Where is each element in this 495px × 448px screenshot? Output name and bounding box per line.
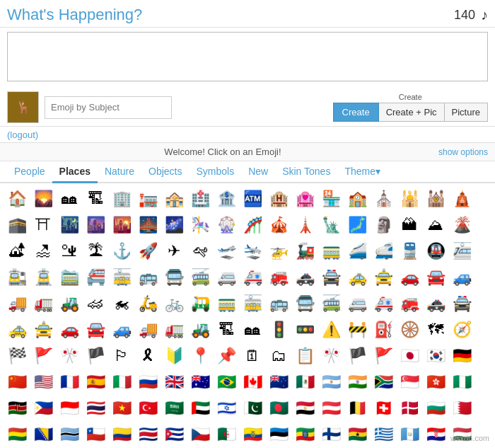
- emoji-cell[interactable]: 🗿: [371, 212, 396, 238]
- emoji-cell[interactable]: 🏳: [109, 343, 134, 369]
- emoji-cell[interactable]: 🚁: [266, 239, 291, 264]
- emoji-cell[interactable]: 🚜: [187, 317, 213, 343]
- emoji-cell[interactable]: 🚐: [214, 265, 239, 290]
- emoji-cell[interactable]: 🚎: [187, 265, 213, 290]
- emoji-cell[interactable]: 🚋: [109, 265, 134, 290]
- emoji-cell[interactable]: 🌄: [30, 186, 56, 212]
- emoji-search-input[interactable]: [45, 96, 172, 119]
- emoji-cell[interactable]: 🚝: [83, 265, 108, 290]
- emoji-cell[interactable]: 🇪🇹: [292, 422, 318, 447]
- emoji-cell[interactable]: 🚎: [318, 291, 344, 316]
- tab-skintones[interactable]: Skin Tones: [275, 161, 337, 182]
- emoji-cell[interactable]: 🧭: [449, 317, 474, 343]
- emoji-cell[interactable]: 🚔: [318, 265, 344, 290]
- emoji-cell[interactable]: 🇺🇸: [30, 369, 56, 395]
- emoji-cell[interactable]: 🚚: [4, 291, 30, 316]
- emoji-cell[interactable]: 🇩🇿: [214, 422, 239, 447]
- emoji-cell[interactable]: 🚩: [371, 343, 396, 369]
- emoji-cell[interactable]: 🔰: [161, 343, 187, 369]
- emoji-cell[interactable]: 🏝: [83, 239, 108, 264]
- emoji-cell[interactable]: 🚌: [266, 291, 291, 316]
- emoji-cell[interactable]: 🇭🇷: [423, 422, 448, 447]
- emoji-cell[interactable]: ⚠️: [318, 317, 344, 343]
- emoji-cell[interactable]: 🇧🇷: [214, 369, 239, 395]
- emoji-cell[interactable]: 🏴: [83, 343, 108, 369]
- emoji-cell[interactable]: 🏜: [57, 239, 82, 264]
- emoji-cell[interactable]: 🇨🇴: [109, 422, 134, 447]
- emoji-cell[interactable]: 🇰🇪: [4, 396, 30, 421]
- emoji-cell[interactable]: 🚓: [292, 265, 318, 290]
- emoji-cell[interactable]: 🇫🇮: [318, 422, 344, 447]
- status-input[interactable]: [7, 32, 488, 81]
- emoji-cell[interactable]: 🇯🇵: [397, 343, 422, 369]
- emoji-cell[interactable]: 🇦🇺: [187, 369, 213, 395]
- emoji-cell[interactable]: 🏘: [240, 317, 265, 343]
- tab-theme[interactable]: Theme▾: [337, 161, 388, 182]
- emoji-cell[interactable]: 🚙: [449, 265, 474, 290]
- emoji-cell[interactable]: 🎡: [214, 212, 239, 238]
- emoji-cell[interactable]: 🛕: [449, 186, 474, 212]
- emoji-cell[interactable]: 🏩: [292, 186, 318, 212]
- emoji-cell[interactable]: 🏘: [57, 186, 82, 212]
- tab-people[interactable]: People: [7, 161, 52, 182]
- emoji-cell[interactable]: 🚍: [292, 291, 318, 316]
- emoji-cell[interactable]: 🗾: [344, 212, 370, 238]
- tab-new[interactable]: New: [241, 161, 275, 182]
- emoji-cell[interactable]: 🎌: [318, 343, 344, 369]
- emoji-cell[interactable]: 🇧🇭: [449, 396, 474, 421]
- show-options-link[interactable]: show options: [438, 147, 488, 157]
- emoji-cell[interactable]: 🇹🇷: [135, 396, 161, 421]
- emoji-cell[interactable]: 🇿🇦: [371, 369, 396, 395]
- emoji-cell[interactable]: 🇦🇷: [318, 369, 344, 395]
- emoji-cell[interactable]: 🛵: [135, 291, 161, 316]
- emoji-cell[interactable]: 🚘: [423, 265, 448, 290]
- emoji-cell[interactable]: 🎪: [266, 212, 291, 238]
- emoji-cell[interactable]: 📋: [292, 343, 318, 369]
- emoji-cell[interactable]: 🇨🇱: [83, 422, 108, 447]
- emoji-cell[interactable]: 🚓: [423, 291, 448, 316]
- emoji-cell[interactable]: 🌆: [83, 212, 108, 238]
- emoji-cell[interactable]: 🗼: [292, 212, 318, 238]
- emoji-cell[interactable]: 🚛: [161, 317, 187, 343]
- emoji-cell[interactable]: 🇫🇷: [57, 369, 82, 395]
- emoji-cell[interactable]: 🇵🇭: [30, 396, 56, 421]
- emoji-cell[interactable]: 🚐: [344, 291, 370, 316]
- emoji-cell[interactable]: 🏫: [344, 186, 370, 212]
- emoji-cell[interactable]: 🛺: [187, 291, 213, 316]
- emoji-cell[interactable]: 🚒: [397, 291, 422, 316]
- emoji-cell[interactable]: 🇨🇭: [371, 396, 396, 421]
- emoji-cell[interactable]: 🇳🇿: [266, 369, 291, 395]
- emoji-cell[interactable]: 🇬🇷: [371, 422, 396, 447]
- emoji-cell[interactable]: ⛩: [30, 212, 56, 238]
- create-button[interactable]: Create: [333, 103, 379, 122]
- emoji-cell[interactable]: 🏥: [187, 186, 213, 212]
- emoji-cell[interactable]: 🇧🇴: [4, 422, 30, 447]
- emoji-cell[interactable]: 🚆: [397, 239, 422, 264]
- emoji-cell[interactable]: 🌇: [109, 212, 134, 238]
- tab-symbols[interactable]: Symbols: [189, 161, 241, 182]
- emoji-cell[interactable]: 🏪: [318, 186, 344, 212]
- emoji-cell[interactable]: 🇻🇳: [109, 396, 134, 421]
- emoji-cell[interactable]: 🚥: [292, 317, 318, 343]
- emoji-cell[interactable]: 🇨🇦: [240, 369, 265, 395]
- emoji-cell[interactable]: 🇪🇪: [266, 422, 291, 447]
- emoji-cell[interactable]: 🇮🇩: [57, 396, 82, 421]
- emoji-cell[interactable]: 🚗: [57, 317, 82, 343]
- emoji-cell[interactable]: 🇧🇼: [57, 422, 82, 447]
- emoji-cell[interactable]: 🕌: [397, 186, 422, 212]
- emoji-cell[interactable]: 🇬🇹: [397, 422, 422, 447]
- emoji-cell[interactable]: 🇧🇩: [266, 396, 291, 421]
- emoji-cell[interactable]: 🇪🇨: [240, 422, 265, 447]
- emoji-cell[interactable]: 🏴: [344, 343, 370, 369]
- logout-link[interactable]: (logout): [7, 130, 38, 140]
- emoji-cell[interactable]: 🏢: [109, 186, 134, 212]
- emoji-cell[interactable]: 🇮🇹: [109, 369, 134, 395]
- create-pic-button[interactable]: Create + Pic: [379, 103, 445, 122]
- emoji-cell[interactable]: 🇨🇺: [161, 422, 187, 447]
- emoji-cell[interactable]: 🚂: [292, 239, 318, 264]
- emoji-cell[interactable]: 🗺: [423, 317, 448, 343]
- emoji-cell[interactable]: 🛞: [397, 317, 422, 343]
- emoji-cell[interactable]: 🏖: [30, 239, 56, 264]
- emoji-cell[interactable]: 🇨🇳: [4, 369, 30, 395]
- emoji-cell[interactable]: 🚖: [371, 265, 396, 290]
